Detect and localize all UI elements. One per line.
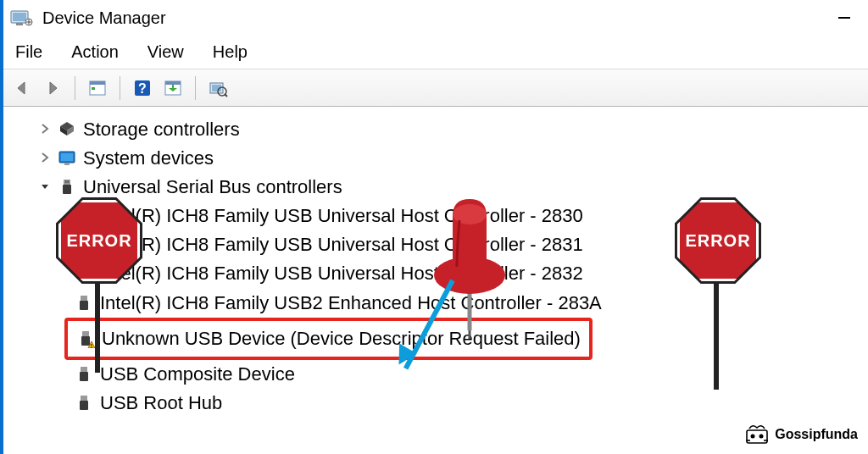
svg-point-42 <box>760 435 764 439</box>
svg-point-41 <box>751 435 755 439</box>
svg-rect-11 <box>165 81 181 85</box>
back-button[interactable] <box>8 75 36 102</box>
usb-icon <box>75 294 93 313</box>
titlebar: Device Manager <box>3 0 868 36</box>
svg-rect-29 <box>81 296 87 301</box>
svg-rect-37 <box>80 401 88 410</box>
node-label: Storage controllers <box>83 115 240 144</box>
error-sign-label: ERROR <box>685 231 750 251</box>
svg-rect-34 <box>81 367 87 372</box>
usb-icon <box>75 365 93 384</box>
scan-button[interactable] <box>159 75 186 102</box>
tree-node-usb-item[interactable]: USB Composite Device <box>75 360 868 389</box>
menubar: File Action View Help <box>3 36 868 69</box>
svg-rect-7 <box>92 87 95 90</box>
watermark: Gossipfunda <box>744 424 858 446</box>
svg-rect-1 <box>13 13 26 21</box>
menu-file[interactable]: File <box>8 39 49 65</box>
svg-rect-19 <box>64 180 70 185</box>
error-sign-icon: ERROR <box>677 200 759 281</box>
toolbar: ? <box>3 69 868 107</box>
watermark-text: Gossipfunda <box>775 427 858 442</box>
monitor-icon <box>58 149 76 168</box>
svg-rect-18 <box>64 163 70 165</box>
show-hidden-button[interactable] <box>84 75 111 102</box>
svg-rect-22 <box>68 180 70 183</box>
forward-button[interactable] <box>39 75 66 102</box>
tree-node-system[interactable]: System devices <box>37 144 868 173</box>
node-label: USB Root Hub <box>100 389 222 418</box>
svg-rect-30 <box>80 301 88 310</box>
node-label: System devices <box>83 144 214 173</box>
menu-help[interactable]: Help <box>206 39 254 65</box>
separator <box>120 76 120 100</box>
watermark-icon <box>744 424 770 446</box>
window-title: Device Manager <box>42 8 827 28</box>
usb-warning-icon: ! <box>76 329 95 348</box>
tree-node-usb-item[interactable]: USB Root Hub <box>75 389 868 418</box>
usb-icon <box>75 394 93 412</box>
svg-rect-6 <box>90 81 105 85</box>
svg-line-15 <box>225 94 227 97</box>
device-manager-icon <box>10 8 34 28</box>
menu-view[interactable]: View <box>141 39 191 65</box>
svg-rect-35 <box>80 372 88 381</box>
svg-text:?: ? <box>138 81 147 96</box>
svg-rect-31 <box>82 331 89 336</box>
svg-rect-32 <box>81 336 90 346</box>
node-label: Universal Serial Bus controllers <box>83 173 342 202</box>
menu-action[interactable]: Action <box>64 39 125 65</box>
node-label: Intel(R) ICH8 Family USB2 Enhanced Host … <box>100 289 602 318</box>
help-button[interactable]: ? <box>129 75 156 102</box>
minimize-button[interactable] <box>827 0 861 36</box>
tree-node-storage[interactable]: Storage controllers <box>37 115 868 144</box>
svg-rect-36 <box>81 396 87 401</box>
properties-button[interactable] <box>204 75 231 102</box>
svg-rect-17 <box>61 153 73 161</box>
node-label: USB Composite Device <box>100 360 295 389</box>
svg-text:!: ! <box>91 342 92 348</box>
svg-rect-2 <box>16 23 23 25</box>
svg-rect-21 <box>65 180 67 183</box>
chevron-right-icon[interactable] <box>37 148 53 169</box>
sign-post <box>95 271 100 373</box>
chevron-down-icon[interactable] <box>37 177 53 198</box>
svg-point-39 <box>453 204 487 224</box>
storage-icon <box>58 120 76 139</box>
separator <box>75 76 75 100</box>
usb-icon <box>58 178 76 197</box>
sign-post <box>714 271 719 390</box>
pushpin-icon <box>419 191 520 347</box>
chevron-right-icon[interactable] <box>37 119 53 141</box>
separator <box>195 76 196 100</box>
error-sign-label: ERROR <box>66 231 131 251</box>
svg-rect-20 <box>63 185 71 194</box>
